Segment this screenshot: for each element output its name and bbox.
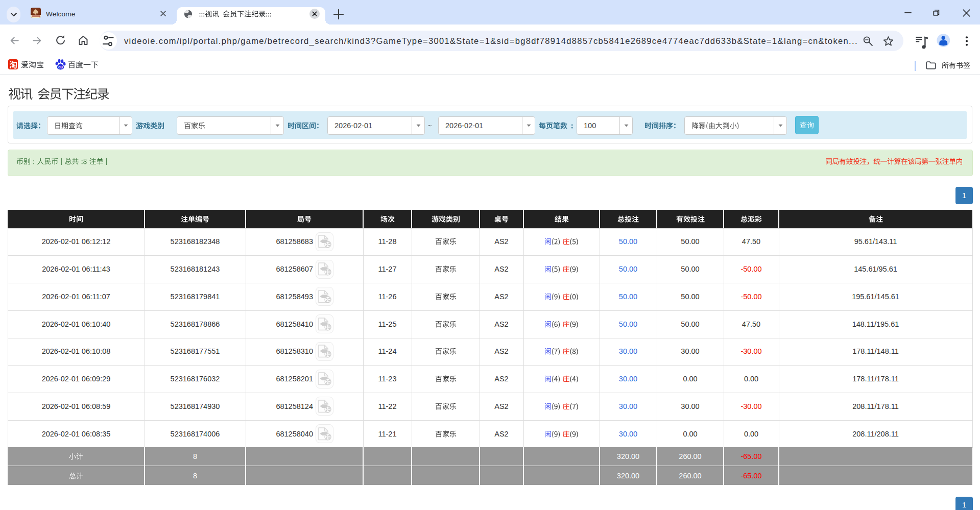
svg-text:du: du xyxy=(58,65,63,69)
